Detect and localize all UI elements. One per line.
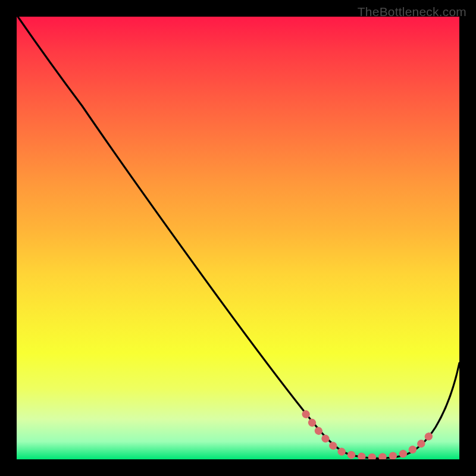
optimal-band: [306, 414, 433, 457]
plot-area: [17, 17, 459, 459]
watermark-text: TheBottleneck.com: [358, 5, 466, 19]
bottleneck-curve: [18, 17, 459, 458]
curve-layer: [17, 17, 459, 459]
chart-frame: TheBottleneck.com: [0, 0, 476, 476]
